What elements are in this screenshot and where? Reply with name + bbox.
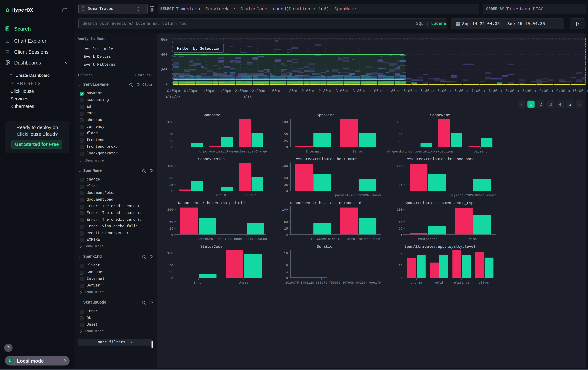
svg-text:10:00pm: 10:00pm bbox=[165, 89, 181, 93]
svg-text:5:30am: 5:30am bbox=[420, 89, 434, 93]
svg-text:0: 0 bbox=[400, 145, 402, 149]
svg-text:100: 100 bbox=[167, 120, 173, 124]
svg-text:silver: silver bbox=[479, 281, 490, 285]
svg-text:25: 25 bbox=[399, 183, 402, 187]
svg-text:583275: 583275 bbox=[316, 281, 327, 285]
svg-text:3:00am: 3:00am bbox=[336, 89, 349, 93]
svg-text:StatusCode: StatusCode bbox=[200, 245, 222, 249]
svg-text:4: 4 bbox=[286, 270, 288, 274]
svg-text:16: 16 bbox=[399, 264, 402, 267]
svg-text:600: 600 bbox=[161, 38, 168, 42]
svg-text:50: 50 bbox=[399, 132, 402, 136]
svg-text:gold: gold bbox=[435, 281, 443, 285]
svg-text:9/14/25: 9/14/25 bbox=[165, 95, 181, 99]
svg-text:8: 8 bbox=[286, 264, 288, 267]
svg-text:2:30am: 2:30am bbox=[319, 89, 332, 93]
svg-text:ResourceAttribu..ice.instance.: ResourceAttribu..ice.instance.id bbox=[290, 201, 361, 205]
svg-text:ScopeVersion: ScopeVersion bbox=[198, 157, 225, 161]
svg-text:50: 50 bbox=[284, 176, 288, 180]
svg-text:0.51.1: 0.51.1 bbox=[245, 193, 257, 197]
svg-text:5e02b5fb-13ae-4296-bbbc-111f42: 5e02b5fb-13ae-4296-bbbc-111f423c460d bbox=[197, 237, 267, 241]
svg-text:0: 0 bbox=[400, 189, 402, 193]
svg-text:ResourceAttributes.k8s.pod.nam: ResourceAttributes.k8s.pod.name bbox=[406, 157, 474, 161]
svg-text:50: 50 bbox=[399, 176, 402, 180]
svg-text:100: 100 bbox=[282, 164, 288, 168]
svg-text:50: 50 bbox=[399, 220, 402, 224]
svg-text:0.1.0: 0.1.0 bbox=[216, 193, 226, 197]
svg-text:1405128: 1405128 bbox=[300, 281, 314, 285]
svg-text:9/15: 9/15 bbox=[243, 95, 252, 99]
svg-text:50: 50 bbox=[169, 220, 173, 224]
svg-text:10:00am: 10:00am bbox=[572, 89, 588, 93]
svg-text:1:00am: 1:00am bbox=[268, 89, 281, 93]
svg-text:7:00am: 7:00am bbox=[472, 89, 485, 93]
svg-text:100: 100 bbox=[167, 251, 173, 255]
svg-text:Server: Server bbox=[352, 150, 364, 153]
svg-text:25: 25 bbox=[284, 139, 288, 143]
svg-text:0: 0 bbox=[171, 189, 173, 193]
svg-text:25: 25 bbox=[399, 139, 402, 143]
svg-text:0: 0 bbox=[171, 145, 173, 149]
svg-text:11:00pm: 11:00pm bbox=[199, 89, 215, 93]
svg-text:grpc.oteldemo.PaymentService/C: grpc.oteldemo.PaymentService/Charge bbox=[199, 150, 267, 153]
svg-text:100: 100 bbox=[167, 208, 173, 211]
svg-text:Duration: Duration bbox=[317, 245, 335, 249]
svg-text:25: 25 bbox=[169, 139, 173, 143]
svg-text:ResourceAttributes.k8s.pod.uid: ResourceAttributes.k8s.pod.uid bbox=[178, 201, 245, 205]
svg-text:ResourceAttributes.host.name: ResourceAttributes.host.name bbox=[295, 157, 357, 161]
svg-text:999176: 999176 bbox=[369, 281, 381, 285]
svg-text:100: 100 bbox=[282, 208, 288, 211]
svg-text:f5344ec9-a1ea-4290-a62a-78f5be: f5344ec9-a1ea-4290-a62a-78f5bee8d90b bbox=[311, 237, 380, 241]
svg-text:Error: Error bbox=[194, 281, 203, 285]
svg-text:SpanAttributes...yment.card_ty: SpanAttributes...yment.card_type bbox=[404, 201, 476, 205]
svg-text:payment-7985c8969c-mwmw7: payment-7985c8969c-mwmw7 bbox=[450, 193, 496, 197]
svg-text:6:30am: 6:30am bbox=[454, 89, 468, 93]
svg-text:100: 100 bbox=[397, 120, 402, 124]
svg-text:25: 25 bbox=[169, 270, 173, 274]
svg-text:400: 400 bbox=[161, 53, 168, 57]
svg-text:0: 0 bbox=[400, 233, 402, 237]
svg-text:50: 50 bbox=[169, 176, 173, 180]
svg-text:0: 0 bbox=[286, 189, 288, 193]
svg-text:100: 100 bbox=[167, 164, 173, 168]
svg-text:1019375: 1019375 bbox=[285, 281, 299, 285]
svg-text:12:00am: 12:00am bbox=[232, 89, 248, 93]
svg-text:100: 100 bbox=[397, 208, 402, 211]
svg-text:11:30pm: 11:30pm bbox=[216, 89, 231, 93]
svg-text:8:00am: 8:00am bbox=[505, 89, 519, 93]
svg-text:@hyperdx/instrumentation-excep: @hyperdx/instrumentation-exception bbox=[387, 150, 453, 153]
svg-text:100: 100 bbox=[397, 164, 402, 168]
svg-text:SpanAttributes.app.loyalty.lev: SpanAttributes.app.loyalty.level bbox=[404, 245, 476, 249]
svg-text:0: 0 bbox=[165, 83, 168, 87]
svg-text:Unset: Unset bbox=[239, 281, 248, 285]
svg-text:4:00am: 4:00am bbox=[369, 89, 383, 93]
svg-text:0: 0 bbox=[286, 145, 288, 149]
svg-text:SpanName: SpanName bbox=[202, 113, 220, 117]
svg-text:visa: visa bbox=[469, 237, 477, 241]
svg-text:200: 200 bbox=[161, 68, 168, 72]
svg-text:25: 25 bbox=[284, 183, 288, 187]
svg-text:10:30pm: 10:30pm bbox=[182, 89, 198, 93]
svg-text:ScopeName: ScopeName bbox=[430, 113, 450, 117]
svg-text:50: 50 bbox=[169, 132, 173, 136]
svg-text:platinum: platinum bbox=[454, 281, 469, 285]
svg-text:8:30am: 8:30am bbox=[522, 89, 536, 93]
svg-text:25: 25 bbox=[169, 183, 173, 187]
svg-text:50: 50 bbox=[284, 220, 288, 224]
svg-text:25: 25 bbox=[399, 227, 402, 230]
svg-text:1:30am: 1:30am bbox=[285, 89, 298, 93]
svg-text:0: 0 bbox=[171, 277, 173, 280]
svg-text:9:00am: 9:00am bbox=[539, 89, 553, 93]
svg-text:32: 32 bbox=[399, 251, 402, 255]
svg-text:7:30am: 7:30am bbox=[488, 89, 502, 93]
svg-text:bronze: bronze bbox=[410, 281, 422, 285]
svg-text:8: 8 bbox=[400, 270, 402, 274]
svg-text:759085: 759085 bbox=[329, 281, 341, 285]
svg-text:16: 16 bbox=[284, 251, 288, 255]
svg-text:6:00am: 6:00am bbox=[437, 89, 451, 93]
svg-text:0: 0 bbox=[286, 277, 288, 280]
svg-text:9:30am: 9:30am bbox=[556, 89, 570, 93]
svg-text:0: 0 bbox=[286, 233, 288, 237]
svg-text:mastercard: mastercard bbox=[418, 237, 437, 241]
svg-text:50: 50 bbox=[169, 264, 173, 267]
